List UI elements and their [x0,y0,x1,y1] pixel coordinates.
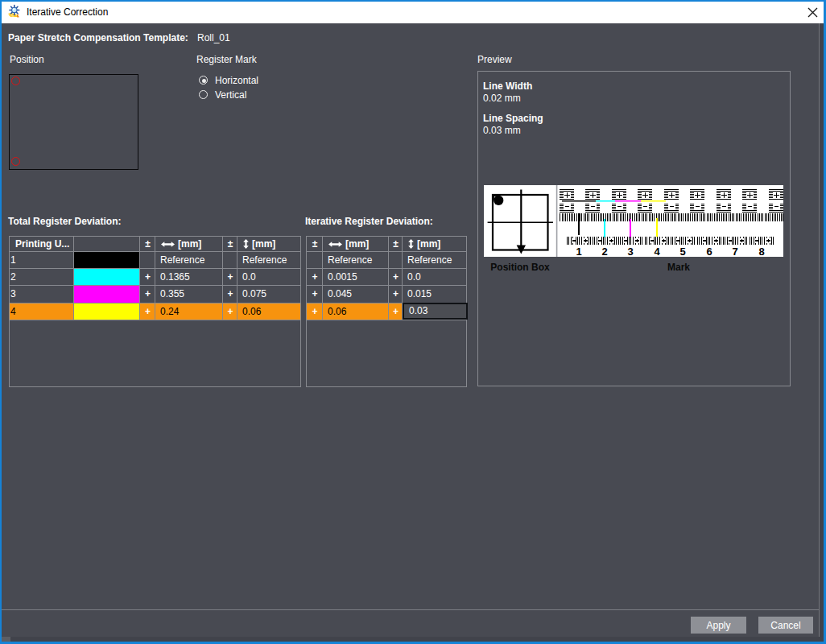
svg-text:5: 5 [679,246,685,257]
svg-text:4: 4 [654,246,660,257]
svg-text:8: 8 [758,246,764,257]
svg-text:1: 1 [576,246,581,257]
svg-text:6: 6 [706,246,712,257]
svg-text:2: 2 [601,246,607,257]
svg-text:7: 7 [732,246,737,257]
svg-text:3: 3 [627,246,633,257]
